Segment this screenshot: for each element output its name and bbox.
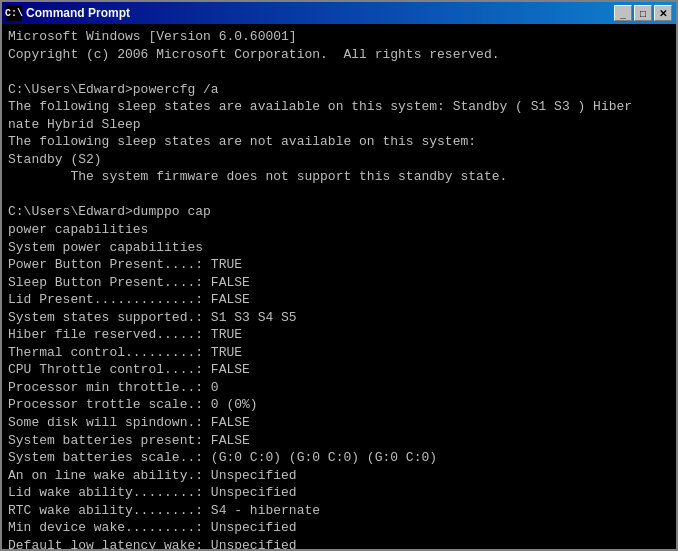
terminal-line: Hiber file reserved.....: TRUE: [8, 326, 670, 344]
terminal-line: C:\Users\Edward>powercfg /a: [8, 81, 670, 99]
title-bar: C:\ Command Prompt _ □ ✕: [2, 2, 676, 24]
title-bar-left: C:\ Command Prompt: [6, 5, 130, 21]
terminal-line: The system firmware does not support thi…: [8, 168, 670, 186]
terminal-line: Copyright (c) 2006 Microsoft Corporation…: [8, 46, 670, 64]
terminal-line: Min device wake.........: Unspecified: [8, 519, 670, 537]
terminal-line: System states supported.: S1 S3 S4 S5: [8, 309, 670, 327]
terminal-content[interactable]: Microsoft Windows [Version 6.0.60001]Cop…: [2, 24, 676, 549]
terminal-line: Power Button Present....: TRUE: [8, 256, 670, 274]
terminal-line: System batteries present: FALSE: [8, 432, 670, 450]
window-icon: C:\: [6, 5, 22, 21]
title-bar-buttons: _ □ ✕: [614, 5, 672, 21]
command-prompt-window: C:\ Command Prompt _ □ ✕ Microsoft Windo…: [0, 0, 678, 551]
terminal-line: C:\Users\Edward>dumppo cap: [8, 203, 670, 221]
terminal-line: nate Hybrid Sleep: [8, 116, 670, 134]
minimize-button[interactable]: _: [614, 5, 632, 21]
terminal-line: The following sleep states are available…: [8, 98, 670, 116]
maximize-button[interactable]: □: [634, 5, 652, 21]
terminal-line: An on line wake ability.: Unspecified: [8, 467, 670, 485]
terminal-line: [8, 63, 670, 81]
window-title: Command Prompt: [26, 6, 130, 20]
terminal-line: The following sleep states are not avail…: [8, 133, 670, 151]
terminal-line: Default low latency wake: Unspecified: [8, 537, 670, 549]
terminal-line: Processor min throttle..: 0: [8, 379, 670, 397]
terminal-line: Processor trottle scale.: 0 (0%): [8, 396, 670, 414]
terminal-line: System power capabilities: [8, 239, 670, 257]
terminal-line: [8, 186, 670, 204]
terminal-line: Some disk will spindown.: FALSE: [8, 414, 670, 432]
terminal-line: power capabilities: [8, 221, 670, 239]
terminal-line: System batteries scale..: (G:0 C:0) (G:0…: [8, 449, 670, 467]
terminal-line: Lid wake ability........: Unspecified: [8, 484, 670, 502]
terminal-line: Sleep Button Present....: FALSE: [8, 274, 670, 292]
terminal-line: Lid Present.............: FALSE: [8, 291, 670, 309]
terminal-line: RTC wake ability........: S4 - hibernate: [8, 502, 670, 520]
terminal-line: Thermal control.........: TRUE: [8, 344, 670, 362]
close-button[interactable]: ✕: [654, 5, 672, 21]
terminal-line: Standby (S2): [8, 151, 670, 169]
terminal-line: Microsoft Windows [Version 6.0.60001]: [8, 28, 670, 46]
terminal-line: CPU Throttle control....: FALSE: [8, 361, 670, 379]
